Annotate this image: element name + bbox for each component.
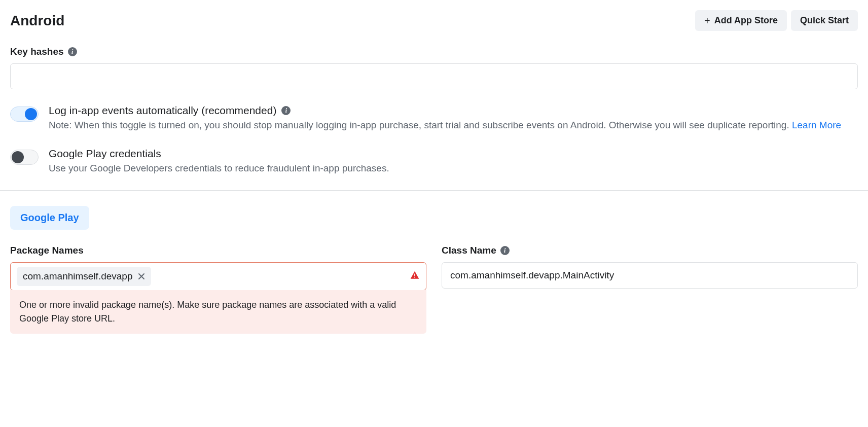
auto-log-title-text: Log in-app events automatically (recomme… [49, 104, 276, 117]
google-creds-toggle[interactable] [10, 150, 39, 165]
package-names-input[interactable]: com.amanhimself.devapp [10, 262, 426, 291]
auto-log-title: Log in-app events automatically (recomme… [49, 104, 858, 117]
auto-log-toggle[interactable] [10, 106, 39, 122]
info-icon[interactable]: i [281, 106, 291, 115]
add-app-store-label: Add App Store [714, 15, 778, 26]
close-icon[interactable] [138, 273, 145, 280]
package-names-label: Package Names [10, 245, 426, 256]
info-icon[interactable]: i [68, 47, 77, 56]
add-app-store-button[interactable]: + Add App Store [695, 10, 787, 31]
auto-log-note: Note: When this toggle is turned on, you… [49, 120, 792, 130]
svg-rect-1 [414, 277, 415, 278]
plus-icon: + [704, 16, 710, 26]
page-title: Android [10, 13, 64, 29]
toggle-knob [12, 151, 24, 163]
package-chip-text: com.amanhimself.devapp [23, 271, 133, 282]
tab-google-play[interactable]: Google Play [10, 206, 89, 230]
divider [0, 190, 868, 191]
info-icon[interactable]: i [500, 246, 510, 255]
google-creds-title: Google Play credentials [49, 148, 858, 160]
warning-icon [410, 270, 420, 283]
auto-log-desc: Note: When this toggle is turned on, you… [49, 119, 858, 132]
key-hashes-input[interactable] [10, 63, 858, 89]
key-hashes-label-text: Key hashes [10, 46, 64, 57]
package-chip: com.amanhimself.devapp [17, 267, 151, 286]
package-error-banner: One or more invalid package name(s). Mak… [10, 290, 426, 334]
toggle-knob [25, 108, 37, 120]
class-name-label-text: Class Name [442, 245, 496, 256]
learn-more-link[interactable]: Learn More [792, 120, 841, 130]
google-creds-desc: Use your Google Developers credentials t… [49, 162, 858, 175]
google-creds-title-text: Google Play credentials [49, 148, 161, 160]
svg-rect-0 [414, 273, 415, 276]
class-name-input[interactable] [442, 262, 858, 289]
class-name-label: Class Name i [442, 245, 858, 256]
quick-start-button[interactable]: Quick Start [791, 10, 858, 31]
key-hashes-label: Key hashes i [10, 46, 858, 57]
quick-start-label: Quick Start [800, 15, 849, 26]
